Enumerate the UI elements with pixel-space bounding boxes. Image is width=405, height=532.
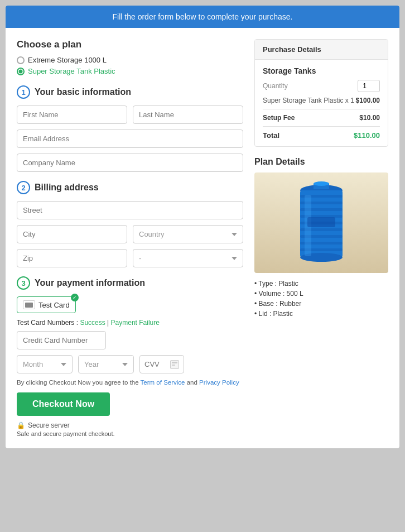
purchase-body: Storage Tanks Quantity Super Storage Tan… <box>255 60 388 146</box>
purchase-header: Purchase Details <box>255 40 388 60</box>
total-row: Total $110.00 <box>263 131 380 140</box>
purchase-details: Purchase Details Storage Tanks Quantity … <box>254 39 388 147</box>
plan-extreme-label: Extreme Storage 1000 L <box>28 56 107 64</box>
success-link[interactable]: Success <box>80 319 105 327</box>
card-check-badge: ✓ <box>71 294 79 301</box>
cc-input[interactable] <box>17 331 106 349</box>
zip-state-row: - <box>17 249 243 267</box>
card-icon-inner <box>25 303 33 308</box>
quantity-row: Quantity <box>263 80 380 92</box>
checkout-button[interactable]: Checkout Now <box>17 392 110 416</box>
last-name-input[interactable] <box>133 106 243 124</box>
failure-link[interactable]: Payment Failure <box>111 319 160 327</box>
step1-label: Your basic information <box>35 87 131 97</box>
secure-label: Secure server <box>28 421 70 429</box>
street-row <box>17 201 243 219</box>
company-row <box>17 154 243 172</box>
setup-label: Setup Fee <box>263 114 295 122</box>
tank-image-container <box>254 172 388 273</box>
card-icon <box>23 300 35 309</box>
country-select[interactable]: Country <box>133 225 243 243</box>
month-select[interactable]: Month 010203 040506 070809 101112 <box>17 355 73 373</box>
item-label: Super Storage Tank Plastic x 1 <box>263 97 354 104</box>
step1-header: 1 Your basic information <box>17 85 243 99</box>
spec-lid: Lid : Plastic <box>254 310 388 318</box>
email-row <box>17 130 243 148</box>
plan-option-extreme[interactable]: Extreme Storage 1000 L <box>17 56 243 64</box>
terms-link[interactable]: Term of Service <box>141 379 185 386</box>
step3-label: Your payment information <box>35 278 145 288</box>
choose-plan-title: Choose a plan <box>17 39 243 50</box>
plan-details-title: Plan Details <box>254 157 388 167</box>
name-row <box>17 106 243 124</box>
expiry-cvv-row: Month 010203 040506 070809 101112 Year 2… <box>17 355 243 373</box>
street-input[interactable] <box>17 201 243 219</box>
total-label: Total <box>263 131 279 140</box>
cvv-line2 <box>172 365 175 366</box>
step1-circle: 1 <box>17 85 30 99</box>
item-row: Super Storage Tank Plastic x 1 $100.00 <box>263 97 380 104</box>
plan-option-super[interactable]: Super Storage Tank Plastic <box>17 67 243 75</box>
cvv-icon <box>170 360 179 369</box>
cvv-input[interactable] <box>144 360 167 368</box>
email-input[interactable] <box>17 130 243 148</box>
total-price: $110.00 <box>354 131 380 140</box>
svg-point-3 <box>314 181 329 186</box>
plan-options: Extreme Storage 1000 L Super Storage Tan… <box>17 56 243 75</box>
zip-input[interactable] <box>17 249 127 267</box>
page-wrapper: Fill the order form below to complete yo… <box>6 6 399 448</box>
quantity-label: Quantity <box>263 82 288 90</box>
plan-super-label: Super Storage Tank Plastic <box>28 67 115 75</box>
svg-rect-16 <box>307 217 335 227</box>
storage-tanks-title: Storage Tanks <box>263 66 380 75</box>
banner-text: Fill the order form below to complete yo… <box>113 12 293 21</box>
step2-label: Billing address <box>35 183 99 193</box>
plan-specs: Type : Plastic Volume : 500 L Base : Rub… <box>254 280 388 318</box>
cvv-wrapper <box>139 355 184 373</box>
secure-row: 🔒 Secure server <box>17 421 243 429</box>
spec-volume: Volume : 500 L <box>254 290 388 298</box>
state-select[interactable]: - <box>133 249 243 267</box>
step3-circle: 3 <box>17 276 30 290</box>
city-input[interactable] <box>17 225 127 243</box>
card-selector-wrapper: Test Card ✓ <box>17 296 243 313</box>
year-select[interactable]: Year 202420252026 <box>78 355 134 373</box>
tank-svg <box>285 178 358 267</box>
divider2 <box>263 126 380 127</box>
step3-header: 3 Your payment information <box>17 276 243 290</box>
spec-base: Base : Rubber <box>254 300 388 308</box>
radio-super[interactable] <box>17 68 25 75</box>
step2-circle: 2 <box>17 181 30 194</box>
main-content: Choose a plan Extreme Storage 1000 L Sup… <box>6 28 399 448</box>
item-price: $100.00 <box>356 97 380 104</box>
card-label: Test Card <box>38 301 70 309</box>
lock-icon: 🔒 <box>17 421 25 429</box>
cc-row <box>17 331 243 349</box>
divider1 <box>263 109 380 109</box>
step2-header: 2 Billing address <box>17 181 243 194</box>
first-name-input[interactable] <box>17 106 127 124</box>
company-input[interactable] <box>17 154 243 172</box>
cvv-line1 <box>172 362 177 363</box>
test-card-numbers: Test Card Numbers : Success | Payment Fa… <box>17 319 243 327</box>
spec-type: Type : Plastic <box>254 280 388 287</box>
right-panel: Purchase Details Storage Tanks Quantity … <box>254 39 388 437</box>
setup-price: $10.00 <box>359 114 380 122</box>
city-country-row: Country <box>17 225 243 243</box>
privacy-link[interactable]: Privacy Policy <box>199 379 239 386</box>
safe-text: Safe and secure payment checkout. <box>17 430 243 437</box>
radio-extreme[interactable] <box>17 56 25 64</box>
setup-row: Setup Fee $10.00 <box>263 114 380 122</box>
top-banner: Fill the order form below to complete yo… <box>6 6 399 28</box>
quantity-input[interactable] <box>358 80 380 92</box>
card-option-test[interactable]: Test Card ✓ <box>17 296 76 313</box>
left-panel: Choose a plan Extreme Storage 1000 L Sup… <box>17 39 243 437</box>
terms-text: By clicking Checkout Now you agree to th… <box>17 379 243 386</box>
